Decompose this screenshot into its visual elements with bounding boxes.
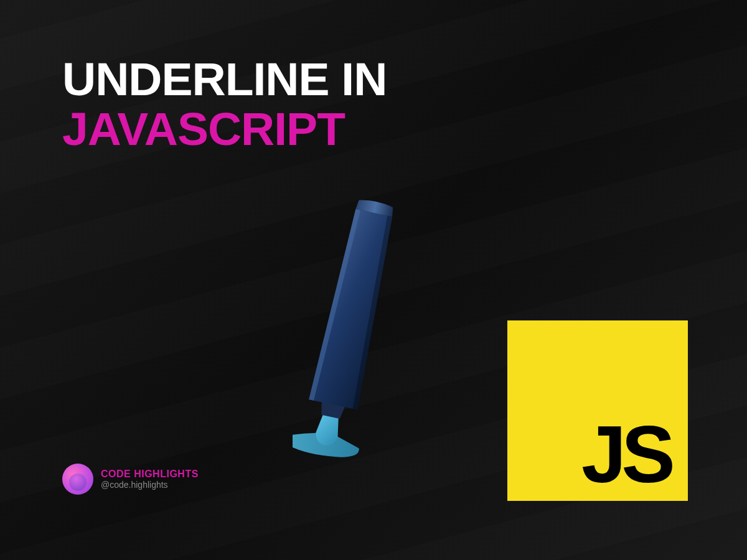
brand-badge: CODE HIGHLIGHTS @code.highlights: [62, 464, 199, 495]
brand-avatar-icon: [62, 464, 93, 495]
promo-card: UNDERLINE IN JAVASCRIPT: [0, 0, 747, 560]
heading-line-1: UNDERLINE IN: [62, 56, 685, 103]
brand-name: CODE HIGHLIGHTS: [101, 469, 199, 480]
main-heading: UNDERLINE IN JAVASCRIPT: [62, 56, 685, 152]
brand-handle: @code.highlights: [101, 480, 199, 490]
heading-line-2: JAVASCRIPT: [62, 106, 685, 152]
brand-text-block: CODE HIGHLIGHTS @code.highlights: [101, 469, 199, 490]
js-logo: JS: [507, 320, 688, 501]
highlighter-icon: [293, 193, 417, 473]
js-logo-text: JS: [581, 420, 670, 489]
